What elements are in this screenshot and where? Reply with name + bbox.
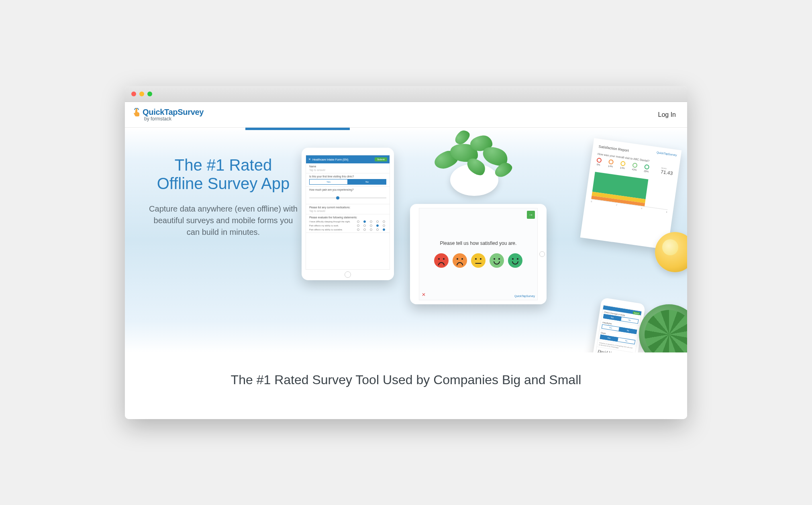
hero-section: The #1 Rated Offline Survey App Capture …	[125, 128, 687, 352]
eval-row-3: Pain affects my ability to socialize.	[309, 228, 354, 231]
eval-row-1: I have difficulty sleeping through the n…	[309, 220, 354, 223]
field-label-meds: Please list any current medications:	[309, 206, 386, 209]
report-bar-chart: 0246	[591, 172, 671, 214]
logo-text: QuickTapSurvey	[143, 108, 204, 117]
hero-title-line2: Offline Survey App	[157, 175, 290, 192]
pct-2: 14%	[620, 167, 625, 170]
submit-button: Submit	[375, 157, 387, 161]
face-scale	[434, 253, 522, 268]
report-score: Score 71.43	[660, 167, 673, 176]
top-nav: QuickTapSurvey by formstack Log In	[125, 102, 687, 128]
field-label-firstvisit: Is this your first time visiting this cl…	[309, 175, 386, 178]
field-label-eval: Please evaluate the following statements…	[309, 216, 386, 219]
face-satisfied-icon	[490, 253, 504, 268]
plant-decor	[418, 128, 530, 196]
hero-title: The #1 Rated Offline Survey App	[149, 156, 298, 193]
traffic-lights	[131, 92, 152, 96]
window-close-icon[interactable]	[131, 92, 136, 96]
satisfaction-question: Please tell us how satisfied you are.	[440, 240, 517, 246]
succulent-decor	[639, 304, 687, 352]
logo-subtext: by formstack	[144, 116, 171, 122]
eval-row-2: Pain affects my ability to work.	[309, 224, 354, 227]
window-minimize-icon[interactable]	[139, 92, 144, 96]
next-arrow-icon: →	[527, 211, 535, 219]
window-zoom-icon[interactable]	[147, 92, 152, 96]
pct-3: 43%	[632, 168, 637, 171]
pain-slider	[309, 198, 386, 198]
pct-4: 29%	[644, 170, 649, 173]
close-icon: ✕	[308, 158, 311, 161]
tablet-form-mockup: ✕Healthcare Intake Form (EN) Submit Name…	[302, 148, 394, 280]
brand-watermark: QuickTapSurvey	[514, 295, 535, 297]
home-button-icon	[345, 271, 351, 278]
close-icon: ✕	[422, 292, 426, 297]
phone-mockup: Submit Check Damage to Body YesNo Headli…	[588, 297, 645, 352]
face-very-unsatisfied-icon	[434, 253, 449, 268]
browser-chrome	[125, 86, 687, 102]
field-label-pain: How much pain are you experiencing?	[309, 188, 386, 191]
hero-subtitle: Capture data anywhere (even offline) wit…	[149, 203, 298, 238]
page-viewport[interactable]: QuickTapSurvey by formstack Log In The #…	[125, 102, 687, 419]
face-unsatisfied-icon	[453, 253, 467, 268]
tablet-satisfaction-mockup: → Please tell us how satisfied you are. …	[410, 204, 547, 304]
hero-copy: The #1 Rated Offline Survey App Capture …	[149, 156, 298, 238]
companies-heading: The #1 Rated Survey Tool Used by Compani…	[125, 352, 687, 411]
face-very-satisfied-icon	[508, 253, 522, 268]
browser-window: QuickTapSurvey by formstack Log In The #…	[125, 86, 687, 419]
option-yes: Yes	[309, 179, 348, 185]
logo[interactable]: QuickTapSurvey by formstack	[133, 108, 204, 122]
form-title: Healthcare Intake Form (EN)	[312, 158, 348, 161]
option-no: No	[348, 179, 386, 185]
field-meds: Tap to answer	[309, 210, 386, 212]
login-link[interactable]: Log In	[658, 111, 676, 118]
pct-0: 0%	[597, 163, 600, 166]
field-name: Tap to answer	[309, 169, 386, 171]
tap-hand-icon	[133, 108, 140, 117]
report-mockup: QuickTapSurvey Satisfaction Report How w…	[580, 138, 682, 250]
face-neutral-icon	[471, 253, 486, 268]
pct-1: 14%	[608, 165, 613, 168]
field-label-name: Name	[309, 165, 386, 168]
hero-title-line1: The #1 Rated	[175, 156, 272, 174]
home-button-icon	[539, 251, 545, 257]
